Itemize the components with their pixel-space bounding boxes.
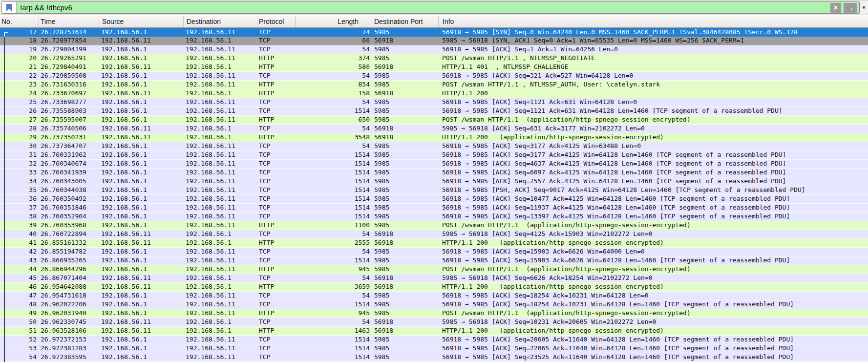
packet-row-43[interactable]: 4326.866935265192.168.56.1192.168.56.11T… <box>0 256 868 265</box>
packet-row-27[interactable]: 2726.735595007192.168.56.1192.168.56.11H… <box>0 116 868 125</box>
cell-dstport: 5985 <box>371 45 439 54</box>
cell-source: 192.168.56.1 <box>99 98 184 106</box>
cell-protocol: HTTP <box>257 63 296 71</box>
display-filter-field[interactable]: !arp && !dhcpv6 × → <box>1 1 860 14</box>
packet-list[interactable]: 1726.728751614192.168.56.1192.168.56.11T… <box>0 28 868 362</box>
cell-length: 1514 <box>296 195 371 203</box>
packet-row-53[interactable]: 5326.972381283192.168.56.1192.168.56.11T… <box>0 344 868 353</box>
cell-time: 26.972372153 <box>39 336 99 344</box>
cell-destination: 192.168.56.1 <box>184 133 257 142</box>
cell-source: 192.168.56.11 <box>99 37 184 45</box>
cell-dstport: 56918 <box>371 318 439 326</box>
filter-bookmark-button[interactable] <box>2 2 17 13</box>
cell-protocol: TCP <box>257 344 296 353</box>
cell-info: 56918 → 5985 [ACK] Seq=15903 Ack=6626 Wi… <box>439 248 868 256</box>
packet-row-21[interactable]: 2126.729840491192.168.56.11192.168.56.1H… <box>0 63 868 72</box>
packet-row-36[interactable]: 3626.760350492192.168.56.1192.168.56.11T… <box>0 195 868 204</box>
packet-row-45[interactable]: 4526.867071404192.168.56.11192.168.56.1T… <box>0 274 868 283</box>
cell-protocol: TCP <box>257 151 296 159</box>
cell-dstport: 5985 <box>371 309 439 318</box>
cell-dstport: 5985 <box>371 151 439 159</box>
packet-row-22[interactable]: 2226.729859508192.168.56.1192.168.56.11T… <box>0 72 868 81</box>
cell-no: 43 <box>0 256 39 265</box>
cell-source: 192.168.56.1 <box>99 72 184 80</box>
packet-row-20[interactable]: 2026.729265291192.168.56.1192.168.56.11H… <box>0 54 868 63</box>
packet-row-39[interactable]: 3926.760353968192.168.56.1192.168.56.11H… <box>0 221 868 230</box>
packet-row-50[interactable]: 5026.962330745192.168.56.11192.168.56.1T… <box>0 318 868 327</box>
cell-destination: 192.168.56.11 <box>184 353 257 362</box>
column-header-info[interactable]: Info <box>439 16 868 27</box>
display-filter-input[interactable]: !arp && !dhcpv6 <box>17 2 830 13</box>
packet-row-51[interactable]: 5126.963528106192.168.56.11192.168.56.1H… <box>0 327 868 336</box>
packet-row-31[interactable]: 3126.760331962192.168.56.1192.168.56.11T… <box>0 151 868 160</box>
cell-destination: 192.168.56.11 <box>184 204 257 212</box>
packet-row-26[interactable]: 2626.735588903192.168.56.1192.168.56.11T… <box>0 107 868 116</box>
packet-row-17[interactable]: 1726.728751614192.168.56.1192.168.56.11T… <box>0 28 868 37</box>
cell-info: POST /wsman HTTP/1.1 , NTLMSSP_NEGOTIATE <box>439 54 868 63</box>
packet-row-33[interactable]: 3326.760341939192.168.56.1192.168.56.11T… <box>0 169 868 177</box>
cell-dstport: 56918 <box>371 37 439 45</box>
cell-time: 26.866944296 <box>39 265 99 274</box>
cell-source: 192.168.56.11 <box>99 327 184 335</box>
column-header-dstport[interactable]: Destination Port <box>371 16 439 27</box>
cell-length: 945 <box>296 309 371 318</box>
cell-protocol: TCP <box>257 230 296 238</box>
packet-row-34[interactable]: 3426.760343005192.168.56.1192.168.56.11T… <box>0 177 868 186</box>
cell-no: 39 <box>0 221 39 230</box>
filter-apply-button[interactable]: → <box>844 3 857 13</box>
column-header-time[interactable]: Time <box>39 16 99 27</box>
packet-row-47[interactable]: 4726.954731618192.168.56.1192.168.56.11T… <box>0 292 868 300</box>
packet-row-30[interactable]: 3026.737364707192.168.56.1192.168.56.11T… <box>0 142 868 151</box>
packet-row-32[interactable]: 3226.760340674192.168.56.1192.168.56.11T… <box>0 160 868 169</box>
packet-row-40[interactable]: 4026.760722894192.168.56.11192.168.56.1T… <box>0 230 868 239</box>
cell-destination: 192.168.56.11 <box>184 169 257 177</box>
packet-row-23[interactable]: 2326.731630316192.168.56.1192.168.56.11H… <box>0 81 868 89</box>
column-header-protocol[interactable]: Protocol <box>257 16 296 27</box>
cell-time: 26.731630316 <box>39 81 99 89</box>
column-header-length[interactable]: Length <box>296 16 371 27</box>
cell-protocol: HTTP <box>257 54 296 63</box>
packet-row-28[interactable]: 2826.735740506192.168.56.11192.168.56.1T… <box>0 125 868 133</box>
cell-info: POST /wsman HTTP/1.1 (application/http-s… <box>439 116 868 124</box>
cell-source: 192.168.56.11 <box>99 283 184 291</box>
filter-clear-button[interactable]: × <box>830 3 841 13</box>
cell-length: 1514 <box>296 186 371 194</box>
packet-row-24[interactable]: 2426.733670697192.168.56.11192.168.56.1H… <box>0 89 868 98</box>
packet-row-38[interactable]: 3826.760352904192.168.56.1192.168.56.11T… <box>0 213 868 221</box>
packet-row-41[interactable]: 4126.855161332192.168.56.11192.168.56.1H… <box>0 239 868 248</box>
packet-row-46[interactable]: 4626.954642088192.168.56.11192.168.56.1H… <box>0 283 868 292</box>
packet-row-18[interactable]: 1826.728977854192.168.56.11192.168.56.1T… <box>0 37 868 45</box>
cell-source: 192.168.56.1 <box>99 142 184 150</box>
cell-no: 46 <box>0 283 39 291</box>
packet-row-19[interactable]: 1926.729004199192.168.56.1192.168.56.11T… <box>0 45 868 54</box>
cell-protocol: HTTP <box>257 283 296 291</box>
packet-row-29[interactable]: 2926.737350231192.168.56.11192.168.56.1H… <box>0 133 868 142</box>
cell-dstport: 5985 <box>371 107 439 115</box>
cell-protocol: TCP <box>257 160 296 168</box>
packet-row-37[interactable]: 3726.760351846192.168.56.1192.168.56.11T… <box>0 204 868 213</box>
cell-dstport: 5985 <box>371 169 439 177</box>
cell-source: 192.168.56.1 <box>99 45 184 54</box>
packet-row-48[interactable]: 4826.962022206192.168.56.1192.168.56.11T… <box>0 300 868 309</box>
cell-info: 56918 → 5985 [ACK] Seq=20605 Ack=11640 W… <box>439 336 868 344</box>
cell-protocol: HTTP <box>257 133 296 142</box>
column-header-source[interactable]: Source <box>99 16 184 27</box>
cell-length: 580 <box>296 63 371 71</box>
column-header-no[interactable]: No. <box>0 16 39 27</box>
cell-source: 192.168.56.1 <box>99 248 184 256</box>
packet-row-42[interactable]: 4226.855194782192.168.56.1192.168.56.11T… <box>0 248 868 256</box>
filter-expression-dropdown-icon[interactable]: ▾ <box>860 4 867 11</box>
cell-dstport: 5985 <box>371 265 439 274</box>
packet-row-52[interactable]: 5226.972372153192.168.56.1192.168.56.11T… <box>0 336 868 344</box>
cell-protocol: TCP <box>257 142 296 150</box>
packet-row-25[interactable]: 2526.733698277192.168.56.1192.168.56.11T… <box>0 98 868 107</box>
packet-row-54[interactable]: 5426.972383595192.168.56.1192.168.56.11T… <box>0 353 868 362</box>
packet-row-44[interactable]: 4426.866944296192.168.56.1192.168.56.11H… <box>0 265 868 274</box>
cell-info: POST /wsman HTTP/1.1 (application/http-s… <box>439 309 868 318</box>
cell-length: 1514 <box>296 151 371 159</box>
cell-no: 22 <box>0 72 39 80</box>
packet-row-49[interactable]: 4926.962031940192.168.56.1192.168.56.11H… <box>0 309 868 318</box>
cell-no: 19 <box>0 45 39 54</box>
column-header-destination[interactable]: Destination <box>184 16 257 27</box>
packet-row-35[interactable]: 3526.760344038192.168.56.1192.168.56.11T… <box>0 186 868 195</box>
